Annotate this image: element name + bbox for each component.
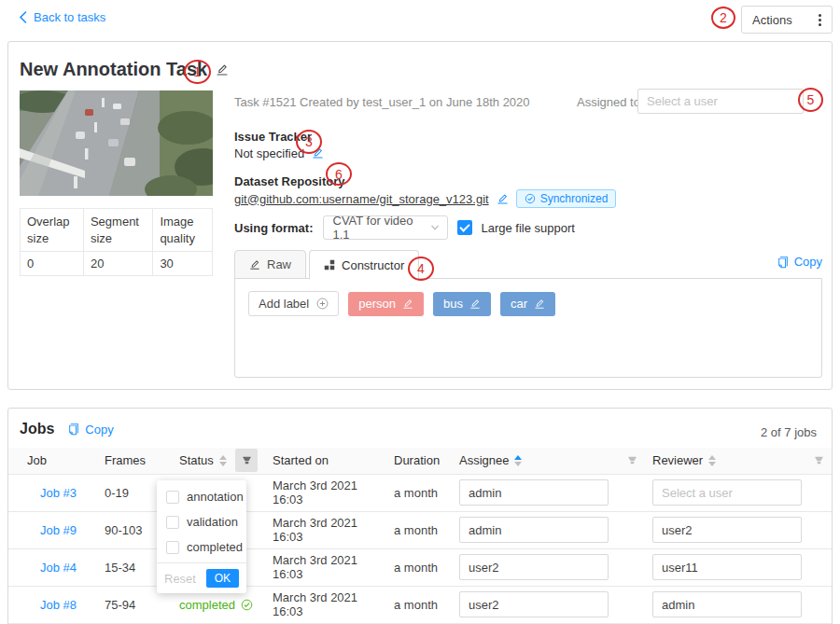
reviewer-input[interactable]: [652, 554, 802, 580]
copy-labels-button[interactable]: Copy: [777, 255, 822, 269]
annotation-callout-4: 4: [408, 257, 434, 281]
task-title-text: New Annotation Task: [20, 59, 207, 80]
check-circle-icon: [525, 193, 536, 204]
edit-icon: [249, 259, 260, 270]
tab-raw-label: Raw: [267, 257, 291, 271]
param-header-quality: Image quality: [153, 209, 213, 252]
duration-cell: a month: [386, 474, 452, 511]
copy-icon: [777, 256, 790, 269]
filter-option-validation[interactable]: validation: [157, 509, 246, 534]
actions-button[interactable]: Actions: [741, 6, 833, 34]
back-to-tasks-link[interactable]: Back to tasks: [19, 10, 105, 24]
assignee-input[interactable]: [459, 479, 609, 506]
copy-icon: [67, 423, 80, 436]
format-select[interactable]: CVAT for video 1.1: [323, 215, 448, 240]
sync-badge-label: Synchronized: [540, 192, 609, 205]
chevron-left-icon: [19, 11, 27, 23]
sort-icon[interactable]: [708, 455, 716, 466]
filter-option-label: validation: [187, 515, 238, 529]
jobs-count: 2 of 7 jobs: [761, 425, 817, 439]
actions-label: Actions: [752, 13, 792, 27]
column-header-reviewer: Reviewer: [645, 448, 832, 474]
task-params-table: Overlap size Segment size Image quality …: [20, 208, 213, 276]
status-completed-text: completed: [179, 598, 235, 612]
sort-icon[interactable]: [514, 455, 522, 466]
table-row: Job #9 90-103 March 3rd 2021 16:03 a mon…: [8, 511, 832, 548]
filter-option-label: annotation: [187, 490, 244, 504]
label-chip-person[interactable]: person: [348, 292, 424, 316]
job-link[interactable]: Job #4: [40, 561, 77, 575]
edit-title-icon[interactable]: [216, 63, 229, 76]
table-row: Job #4 15-34 March 3rd 2021 16:03 a mont…: [8, 548, 832, 586]
column-header-status: Status: [172, 448, 265, 474]
column-header-job: Job: [8, 448, 97, 474]
check-circle-icon: [241, 599, 253, 611]
column-header-frames: Frames: [97, 448, 172, 474]
reviewer-input[interactable]: [652, 517, 802, 543]
add-label-text: Add label: [259, 297, 309, 311]
table-row: Job #8 75-94 completed March 3rd 2021 16…: [8, 586, 832, 623]
jobs-title: Jobs: [20, 421, 54, 437]
copy-jobs-label: Copy: [85, 423, 113, 437]
filter-ok-button[interactable]: OK: [206, 569, 239, 588]
table-row: Job #3 0-19 March 3rd 2021 16:03 a month: [8, 474, 832, 511]
issue-tracker-value: Not specified: [234, 146, 304, 160]
tab-constructor[interactable]: Constructor: [309, 250, 419, 280]
assignee-header-label: Assignee: [459, 453, 509, 467]
copy-labels-label: Copy: [794, 255, 822, 269]
sort-icon[interactable]: [219, 455, 227, 466]
column-header-started: Started on: [265, 448, 386, 474]
filter-option-completed[interactable]: completed: [157, 534, 246, 560]
reviewer-filter-icon[interactable]: [814, 455, 824, 465]
checkbox-icon[interactable]: [166, 491, 179, 504]
back-to-tasks-label: Back to tasks: [34, 10, 105, 24]
assignee-filter-icon[interactable]: [627, 455, 637, 465]
label-chip-person-text: person: [358, 297, 396, 311]
column-header-assignee: Assignee: [452, 448, 645, 474]
task-assignee-select[interactable]: [637, 89, 804, 114]
sync-status-badge: Synchronized: [516, 189, 617, 208]
table-header-row: Job Frames Status Started on Duration: [8, 448, 832, 474]
job-link[interactable]: Job #9: [40, 523, 77, 537]
jobs-table: Job Frames Status Started on Duration: [8, 448, 832, 624]
reviewer-input[interactable]: [652, 479, 802, 506]
label-chip-car-text: car: [511, 297, 527, 311]
assignee-input[interactable]: [459, 591, 609, 617]
using-format-label: Using format:: [234, 221, 314, 235]
checkbox-icon[interactable]: [166, 541, 179, 554]
more-icon[interactable]: [819, 14, 821, 26]
edit-repository-icon[interactable]: [497, 193, 509, 205]
assignee-input[interactable]: [459, 554, 609, 580]
edit-label-icon[interactable]: [469, 298, 481, 310]
repository-url[interactable]: git@github.com:username/git_storage_v123…: [234, 192, 489, 206]
job-link[interactable]: Job #3: [40, 486, 77, 500]
edit-label-icon[interactable]: [402, 298, 413, 310]
add-label-button[interactable]: Add label: [248, 291, 339, 316]
status-filter-icon[interactable]: [235, 449, 258, 472]
annotation-callout-5: 5: [798, 88, 823, 112]
label-chip-bus[interactable]: bus: [433, 292, 491, 316]
started-cell: March 3rd 2021 16:03: [265, 474, 386, 511]
param-value-overlap: 0: [21, 252, 84, 276]
reviewer-input[interactable]: [652, 591, 802, 617]
started-cell: March 3rd 2021 16:03: [265, 511, 386, 548]
status-header-label: Status: [179, 453, 214, 467]
label-chip-car[interactable]: car: [500, 292, 555, 316]
assigned-to-label: Assigned to: [577, 95, 640, 109]
job-link[interactable]: Job #8: [40, 598, 77, 612]
task-meta: Task #1521 Created by test_user_1 on Jun…: [234, 95, 530, 109]
tab-raw[interactable]: Raw: [234, 250, 306, 279]
duration-cell: a month: [386, 548, 452, 586]
task-details-card: New Annotation Task: [7, 41, 833, 390]
filter-reset-button[interactable]: Reset: [164, 572, 196, 586]
large-file-support-checkbox[interactable]: [457, 220, 472, 235]
assignee-input[interactable]: [459, 517, 609, 543]
edit-label-icon[interactable]: [534, 298, 545, 310]
checkbox-icon[interactable]: [166, 516, 179, 529]
format-select-value: CVAT for video 1.1: [333, 214, 430, 242]
copy-jobs-button[interactable]: Copy: [67, 423, 113, 437]
filter-option-annotation[interactable]: annotation: [157, 484, 246, 509]
chevron-down-icon: [430, 223, 440, 232]
reviewer-header-label: Reviewer: [652, 453, 703, 467]
label-chip-bus-text: bus: [443, 297, 463, 311]
